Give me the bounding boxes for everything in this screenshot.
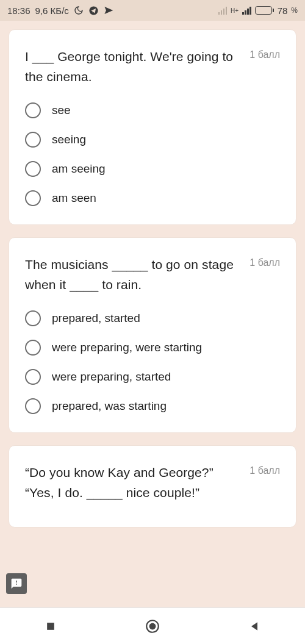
battery-icon xyxy=(255,6,274,15)
network-type: H+ xyxy=(231,7,239,14)
status-time: 18:36 xyxy=(7,5,30,16)
radio-icon xyxy=(25,102,41,118)
option[interactable]: am seeing xyxy=(25,161,280,177)
radio-icon xyxy=(25,161,41,177)
feedback-button[interactable] xyxy=(6,573,27,594)
question-points: 1 балл xyxy=(249,255,280,268)
back-button[interactable] xyxy=(236,620,273,632)
option[interactable]: see xyxy=(25,102,280,118)
radio-icon xyxy=(25,398,41,414)
option[interactable]: am seen xyxy=(25,190,280,206)
question-card: I ___ George tonight. We're going to the… xyxy=(9,29,296,225)
question-card: The musicians _____ to go on stage when … xyxy=(9,237,296,433)
feedback-icon xyxy=(10,578,23,590)
option[interactable]: prepared, was starting xyxy=(25,398,280,414)
question-text: “Do you know Kay and George?” “Yes, I do… xyxy=(25,463,243,503)
signal-icon xyxy=(242,7,251,15)
svg-point-3 xyxy=(149,623,156,629)
option-label: prepared, started xyxy=(52,312,140,325)
radio-icon xyxy=(25,310,41,326)
circle-icon xyxy=(145,618,160,634)
telegram-circle-icon xyxy=(88,5,99,16)
option[interactable]: were preparing, started xyxy=(25,369,280,385)
option-label: were preparing, started xyxy=(52,370,171,384)
question-text: The musicians _____ to go on stage when … xyxy=(25,255,243,295)
option-label: prepared, was starting xyxy=(52,399,167,413)
question-text: I ___ George tonight. We're going to the… xyxy=(25,47,243,87)
send-icon xyxy=(104,5,113,15)
form-content: I ___ George tonight. We're going to the… xyxy=(0,21,305,607)
radio-icon xyxy=(25,132,41,148)
question-card: “Do you know Kay and George?” “Yes, I do… xyxy=(9,445,296,528)
square-icon xyxy=(45,620,57,632)
option-label: seeing xyxy=(52,133,86,146)
moon-icon xyxy=(74,5,84,15)
radio-icon xyxy=(25,340,41,356)
recent-apps-button[interactable] xyxy=(32,620,69,632)
option-label: am seen xyxy=(52,191,96,205)
option[interactable]: seeing xyxy=(25,132,280,148)
android-nav-bar xyxy=(0,607,305,644)
battery-percent: 78 xyxy=(278,5,288,16)
radio-icon xyxy=(25,369,41,385)
question-points: 1 балл xyxy=(249,463,280,476)
status-speed: 9,6 КБ/с xyxy=(35,5,69,16)
option-label: were preparing, were starting xyxy=(52,341,202,354)
question-points: 1 балл xyxy=(249,47,280,60)
signal-weak-icon xyxy=(218,7,228,15)
triangle-left-icon xyxy=(248,620,260,632)
svg-rect-1 xyxy=(47,623,54,630)
status-bar: 18:36 9,6 КБ/с H+ 78 % xyxy=(0,0,305,21)
home-button[interactable] xyxy=(134,618,171,634)
option[interactable]: prepared, started xyxy=(25,310,280,326)
option-label: see xyxy=(52,104,71,117)
radio-icon xyxy=(25,190,41,206)
option[interactable]: were preparing, were starting xyxy=(25,340,280,356)
battery-unit: % xyxy=(291,6,298,15)
option-label: am seeing xyxy=(52,162,106,176)
